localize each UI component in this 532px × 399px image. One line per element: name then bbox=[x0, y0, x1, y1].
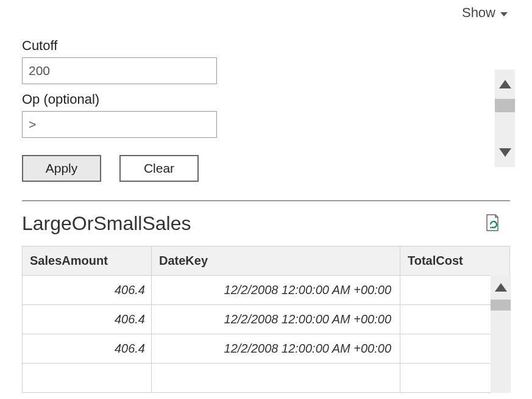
parameters-form: Cutoff Op (optional) Apply Clear bbox=[0, 26, 532, 196]
topbar: Show bbox=[0, 0, 532, 26]
op-label: Op (optional) bbox=[22, 92, 510, 107]
scroll-thumb[interactable] bbox=[491, 300, 511, 311]
divider bbox=[22, 200, 510, 201]
chevron-down-icon[interactable] bbox=[500, 12, 508, 16]
cell-sales: 406.4 bbox=[23, 276, 152, 305]
scroll-track[interactable] bbox=[495, 99, 515, 138]
cell-sales: 406.4 bbox=[23, 305, 152, 334]
col-salesamount[interactable]: SalesAmount bbox=[23, 246, 152, 276]
cell-date: 12/2/2008 12:00:00 AM +00:00 bbox=[152, 334, 400, 364]
table-row[interactable] bbox=[23, 364, 510, 393]
table-row[interactable]: 406.4 12/2/2008 12:00:00 AM +00:00 2 bbox=[23, 305, 510, 334]
result-table-wrap: SalesAmount DateKey TotalCost 406.4 12/2… bbox=[22, 246, 510, 393]
col-totalcost[interactable]: TotalCost bbox=[400, 246, 510, 276]
scroll-thumb[interactable] bbox=[495, 99, 515, 112]
cell-sales: 406.4 bbox=[23, 334, 152, 364]
cutoff-input[interactable] bbox=[22, 57, 217, 84]
table-row[interactable]: 406.4 12/2/2008 12:00:00 AM +00:00 2 bbox=[23, 276, 510, 305]
scroll-down-icon[interactable] bbox=[495, 138, 515, 167]
cutoff-label: Cutoff bbox=[22, 38, 510, 54]
scroll-track[interactable] bbox=[491, 300, 511, 393]
cell-date bbox=[152, 364, 400, 393]
apply-button[interactable]: Apply bbox=[22, 155, 101, 182]
cell-sales bbox=[23, 364, 152, 393]
table-scrollbar[interactable] bbox=[491, 275, 511, 393]
form-scrollbar[interactable] bbox=[495, 70, 515, 167]
show-label[interactable]: Show bbox=[462, 5, 495, 21]
cell-date: 12/2/2008 12:00:00 AM +00:00 bbox=[152, 305, 400, 334]
scroll-up-icon[interactable] bbox=[495, 70, 515, 99]
result-table: SalesAmount DateKey TotalCost 406.4 12/2… bbox=[22, 246, 510, 393]
op-input[interactable] bbox=[22, 111, 217, 138]
table-row[interactable]: 406.4 12/2/2008 12:00:00 AM +00:00 2 bbox=[23, 334, 510, 364]
cell-date: 12/2/2008 12:00:00 AM +00:00 bbox=[152, 276, 400, 305]
clear-button[interactable]: Clear bbox=[119, 155, 199, 182]
col-datekey[interactable]: DateKey bbox=[152, 246, 400, 276]
scroll-up-icon[interactable] bbox=[491, 275, 511, 300]
refresh-icon[interactable] bbox=[484, 214, 499, 234]
query-title: LargeOrSmallSales bbox=[22, 212, 191, 235]
